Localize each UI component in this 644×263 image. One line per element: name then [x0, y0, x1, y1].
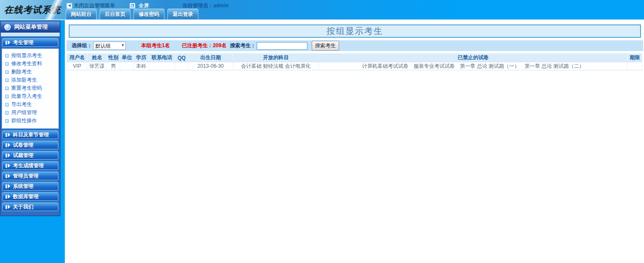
section-about-us[interactable]: 关于我们 [2, 203, 58, 211]
group-select[interactable]: 默认组 [93, 42, 126, 50]
sidebar-item-edit-student[interactable]: 修改考生资料 [5, 60, 58, 68]
bullet-icon [5, 54, 9, 57]
col-birthday: 出生日期 [188, 54, 233, 62]
cell-open-subjects: 会计基础 财经法规 会计电算化 [233, 62, 319, 70]
fullscreen-icon [130, 3, 135, 9]
section-exam-students[interactable]: 考生管理 [2, 38, 58, 47]
search-button[interactable]: 搜索考生 [312, 41, 339, 51]
expand-icon [6, 163, 10, 168]
item-label: 批量导入考生 [11, 93, 42, 100]
search-input[interactable] [257, 42, 307, 50]
section-question-management[interactable]: 试题管理 [2, 151, 58, 160]
group-count-label: 本组考生1名 [141, 42, 170, 49]
bullet-icon [5, 119, 9, 123]
sidebar-item-export-students[interactable]: 导出考生 [5, 100, 58, 109]
expand-icon [6, 133, 10, 137]
col-qq: QQ [175, 54, 188, 62]
registered-count-label: 已注册考生：209名 [182, 42, 227, 49]
section-paper-management[interactable]: 试卷管理 [2, 141, 58, 149]
sidebar-item-reset-password[interactable]: 重置考生密码 [5, 84, 58, 92]
section-label: 试题管理 [13, 152, 33, 159]
group-select-label: 选择组： [72, 42, 92, 49]
cell-birthday: 2013-06-30 [188, 62, 233, 70]
filter-bar: 选择组： 默认组 ▼ 本组考生1名 已注册考生：209名 搜索考生： 搜索考生 [67, 40, 643, 51]
col-banned-papers: 已禁止的试卷 [319, 54, 628, 62]
col-education: 学历 [134, 54, 149, 62]
bullet-icon [5, 70, 9, 74]
sidebar-item-show-by-group[interactable]: 按组显示考生 [5, 51, 58, 60]
bullet-icon [5, 87, 9, 90]
cell-qq [175, 62, 188, 70]
item-label: 修改考生资料 [11, 60, 42, 67]
students-table: 用户名 姓名 性别 单位 学历 联系电话 QQ 出生日期 开放的科目 已禁止的试… [67, 53, 642, 70]
sidebar-item-group-operations[interactable]: 群组性操作 [5, 117, 58, 125]
sidebar-title: 网站菜单管理 [14, 23, 48, 31]
sidebar-item-user-groups[interactable]: 用户组管理 [5, 109, 58, 117]
group-select-wrap: 默认组 ▼ [93, 42, 126, 50]
section-label: 数据库管理 [13, 193, 39, 200]
sidebar-item-delete-student[interactable]: 删除考生 [5, 68, 58, 76]
cell-gender: 男 [107, 62, 120, 70]
item-label: 添加新考生 [11, 76, 37, 84]
col-deadline: 期限 [628, 54, 642, 62]
page: 在线考试系统 ◀ 关闭左边管理菜单 全屏 当前管理员：admin 网站前台 后台… [0, 0, 644, 263]
fullscreen-button[interactable]: 全屏 [130, 2, 149, 9]
cell-deadline [628, 62, 642, 70]
section-score-management[interactable]: 考生成绩管理 [2, 161, 58, 170]
expand-icon [6, 184, 10, 188]
item-label: 用户组管理 [11, 109, 37, 116]
col-name: 姓名 [88, 54, 107, 62]
section-label: 考生管理 [13, 39, 33, 46]
section-label: 试卷管理 [13, 142, 33, 149]
section-admin-management[interactable]: 管理员管理 [2, 172, 58, 180]
col-open-subjects: 开放的科目 [233, 54, 319, 62]
section-subjects-chapters[interactable]: 科目及章节管理 [2, 130, 58, 139]
section-label: 管理员管理 [13, 172, 39, 180]
item-label: 重置考生密码 [11, 85, 42, 92]
fullscreen-label: 全屏 [139, 2, 149, 9]
item-label: 按组显示考生 [11, 52, 42, 59]
expand-icon [6, 153, 10, 157]
sidebar-title-bar: 网站菜单管理 [1, 21, 60, 33]
expand-icon [6, 143, 10, 147]
sidebar-item-batch-import[interactable]: 批量导入考生 [5, 92, 58, 100]
item-label: 群组性操作 [11, 117, 37, 124]
tab-change-password[interactable]: 修改密码 [134, 9, 164, 19]
close-left-menu-button[interactable]: ◀ 关闭左边管理菜单 [67, 2, 115, 9]
app-logo: 在线考试系统 [0, 0, 65, 20]
main-content: 按组显示考生 选择组： 默认组 ▼ 本组考生1名 已注册考生：209名 搜索考生… [65, 20, 644, 263]
bullet-icon [5, 103, 9, 106]
tab-logout[interactable]: 退出登录 [167, 9, 198, 19]
item-label: 删除考生 [11, 68, 32, 76]
bullet-icon [5, 111, 9, 115]
expand-icon [6, 174, 10, 178]
table-header-row: 用户名 姓名 性别 单位 学历 联系电话 QQ 出生日期 开放的科目 已禁止的试… [67, 54, 642, 62]
close-left-menu-label: 关闭左边管理菜单 [74, 2, 115, 9]
section-label: 系统管理 [13, 183, 33, 190]
page-title: 按组显示考生 [69, 24, 641, 38]
col-gender: 性别 [107, 54, 120, 62]
collapse-left-icon: ◀ [67, 3, 72, 9]
sidebar-menu-panel: 网站菜单管理 考生管理 按组显示考生 修改考生资料 删除考生 添加新考生 重置考… [0, 21, 61, 216]
bullet-icon [5, 62, 9, 66]
col-username: 用户名 [67, 54, 88, 62]
sidebar-item-add-student[interactable]: 添加新考生 [5, 76, 58, 84]
tab-admin-home[interactable]: 后台首页 [100, 9, 131, 19]
section-database-management[interactable]: 数据库管理 [2, 192, 58, 201]
top-tabs: 网站前台 后台首页 修改密码 退出登录 [66, 9, 198, 19]
cell-username: VIP [67, 62, 88, 70]
cell-education: 本科 [134, 62, 149, 70]
sidebar-column: 网站菜单管理 考生管理 按组显示考生 修改考生资料 删除考生 添加新考生 重置考… [0, 20, 65, 263]
section-system-management[interactable]: 系统管理 [2, 182, 58, 190]
expand-icon [6, 40, 10, 45]
top-banner: 在线考试系统 ◀ 关闭左边管理菜单 全屏 当前管理员：admin 网站前台 后台… [0, 0, 644, 20]
utility-bar: ◀ 关闭左边管理菜单 全屏 当前管理员：admin [67, 2, 228, 9]
menu-orb-icon [4, 24, 11, 30]
current-admin-label: 当前管理员：admin [182, 2, 228, 9]
sidebar-item-list: 按组显示考生 修改考生资料 删除考生 添加新考生 重置考生密码 批量导入考生 导… [2, 48, 59, 129]
cell-banned-papers: 计算机基础考试试卷 服装专业考试试卷 第一章 总论 测试题（一） 第一章 总论 … [319, 62, 628, 70]
table-row: VIP 张艺谋 男 本科 2013-06-30 会计基础 财经法规 会计电算化 … [67, 62, 642, 70]
section-label: 科目及章节管理 [13, 131, 49, 139]
cell-unit [120, 62, 134, 70]
tab-site-front[interactable]: 网站前台 [66, 9, 97, 19]
